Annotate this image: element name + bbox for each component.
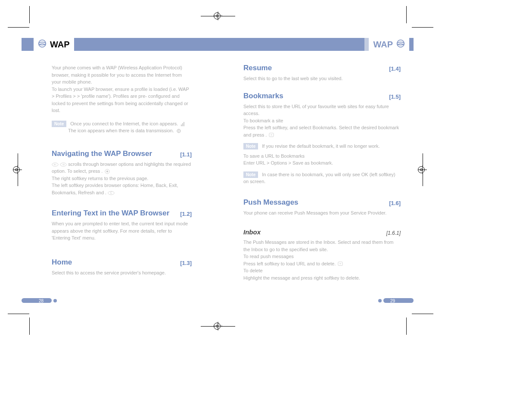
note-label: Note bbox=[243, 143, 258, 149]
registration-mark-icon bbox=[416, 153, 429, 188]
section-title: Navigating the WAP Browser bbox=[52, 149, 192, 158]
data-icon bbox=[175, 128, 182, 134]
left-page: Your phone comes with a WAP (Wireless Ap… bbox=[22, 51, 218, 281]
crop-mark bbox=[406, 6, 407, 23]
ok-key-icon bbox=[268, 133, 275, 138]
section-title: Bookmarks bbox=[243, 92, 401, 100]
page-number-pill bbox=[22, 298, 52, 303]
section-title: Entering Text in the WAP Browser bbox=[52, 209, 192, 218]
section-number: [1.3] bbox=[180, 260, 192, 266]
note-label: Note bbox=[243, 171, 258, 178]
section-body: When you are prompted to enter text, the… bbox=[52, 220, 192, 242]
section-body: Your phone can receive Push Messages fro… bbox=[243, 209, 401, 217]
note-block: Note In case there is no bookmark, you w… bbox=[243, 171, 401, 185]
right-page: [1.4] Resume Select this to go to the la… bbox=[218, 51, 414, 281]
crop-mark bbox=[412, 27, 433, 28]
section-number: [1.4] bbox=[389, 65, 401, 72]
section-body: scrolls through browser options and high… bbox=[52, 161, 192, 196]
manual-spread: WAP WAP Your phone comes with a WAP (Wir… bbox=[22, 38, 414, 281]
section-body: Select this to store the URL of your fav… bbox=[243, 103, 401, 139]
right-key-icon bbox=[60, 162, 67, 167]
section-title: Push Messages bbox=[243, 198, 401, 207]
browser-icon bbox=[396, 39, 405, 50]
page-number: 29 bbox=[390, 299, 395, 303]
section-body: To save a URL to Bookmarks Enter URL > O… bbox=[243, 153, 401, 167]
registration-mark-icon bbox=[201, 9, 235, 22]
section-number: [1.1] bbox=[180, 151, 192, 158]
page-number: 28 bbox=[39, 299, 44, 303]
note-block: Note Once you connect to the Internet, t… bbox=[52, 120, 192, 134]
header-title-left: WAP bbox=[50, 40, 70, 50]
section-title: Resume bbox=[243, 64, 401, 72]
header-title-right: WAP bbox=[373, 40, 393, 50]
registration-mark-icon bbox=[201, 320, 235, 333]
ok-key-icon bbox=[104, 169, 111, 174]
c-key-icon: C bbox=[108, 190, 115, 196]
section-number: [1.5] bbox=[389, 93, 401, 100]
svg-text:C: C bbox=[110, 191, 112, 194]
page-number-pill bbox=[383, 298, 414, 303]
header-tab-left: WAP bbox=[34, 38, 74, 51]
crop-mark bbox=[406, 318, 407, 335]
crop-mark bbox=[29, 318, 30, 335]
crop-mark bbox=[29, 6, 30, 23]
section-number: [1.6] bbox=[389, 200, 401, 206]
browser-icon bbox=[38, 39, 47, 50]
page-number-dot bbox=[53, 299, 57, 302]
subsection-title: Inbox bbox=[243, 228, 401, 236]
signal-icon bbox=[179, 121, 186, 127]
note-block: Note If you revise the default bookmark,… bbox=[243, 143, 401, 150]
crop-mark bbox=[412, 314, 433, 314]
crop-mark bbox=[8, 314, 29, 314]
subsection-number: [1.6.1] bbox=[386, 230, 401, 236]
header-bar: WAP WAP bbox=[22, 38, 414, 51]
header-tab-right: WAP bbox=[369, 38, 409, 51]
svg-point-8 bbox=[106, 171, 108, 172]
note-label: Note bbox=[52, 121, 66, 127]
page-number-dot bbox=[378, 299, 382, 302]
intro-text: Your phone comes with a WAP (Wireless Ap… bbox=[52, 64, 192, 114]
subsection-body: The Push Messages are stored in the Inbo… bbox=[243, 239, 401, 281]
section-title: Home bbox=[52, 258, 192, 267]
section-body: Select this to access the service provid… bbox=[52, 269, 192, 277]
ok-key-icon bbox=[337, 262, 344, 267]
left-key-icon bbox=[52, 162, 59, 167]
section-body: Select this to go to the last web site y… bbox=[243, 75, 401, 82]
section-number: [1.2] bbox=[180, 211, 192, 217]
crop-mark bbox=[8, 27, 29, 28]
